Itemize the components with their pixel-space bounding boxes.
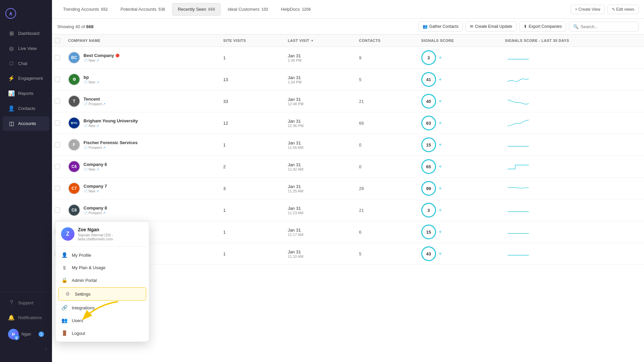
user-avatar-wrapper[interactable]: N g Ngan 1: [3, 325, 49, 343]
contacts-cell: 9: [354, 47, 416, 69]
row-checkbox[interactable]: [55, 142, 60, 147]
sidebar-item-chat[interactable]: □ Chat: [3, 56, 49, 70]
tag-link-icon[interactable]: ↗: [96, 80, 99, 84]
company-cell: C7 Company 7 📄 New ↗: [68, 182, 213, 194]
row-checkbox[interactable]: [55, 186, 60, 191]
edit-views-button[interactable]: ✎ Edit views: [607, 5, 639, 14]
tab-recently-seen[interactable]: Recently Seen 668: [172, 3, 221, 16]
popup-item-profile[interactable]: 👤 My Profile: [56, 249, 149, 261]
tag-link-icon[interactable]: ↗: [103, 211, 105, 215]
export-companies-button[interactable]: ⬆ Export Companies: [519, 21, 566, 32]
sidebar-item-contacts[interactable]: 👤 Contacts: [3, 101, 49, 116]
popup-user-sub: Signals Internal (33) - beta.chatfunnels…: [78, 233, 144, 241]
search-bar[interactable]: 🔍: [569, 22, 639, 32]
sidebar-item-accounts[interactable]: ◫ Accounts: [3, 116, 49, 131]
company-logo: C6: [68, 161, 80, 173]
row-checkbox[interactable]: [55, 77, 60, 82]
score-circle: 15: [421, 225, 436, 239]
sparkline: [505, 139, 532, 151]
tab-ideal-customers[interactable]: Ideal Customers 102: [222, 3, 274, 16]
score-plus-icon[interactable]: +: [439, 142, 442, 148]
gather-contacts-button[interactable]: 👥 Gather Contacts: [418, 21, 463, 32]
sparkline: [505, 248, 532, 260]
row-checkbox[interactable]: [55, 164, 60, 169]
company-logo: BC: [68, 52, 80, 64]
col-signals-30: SIGNALS SCORE - LAST 30 DAYS: [499, 35, 644, 47]
sidebar-item-dashboard[interactable]: ⊞ Dashboard: [3, 26, 49, 41]
select-all-checkbox[interactable]: [55, 38, 60, 43]
popup-item-settings[interactable]: ⚙ Settings: [58, 287, 146, 301]
company-name[interactable]: Company 6: [84, 162, 107, 167]
visit-date: Jan 31: [288, 53, 348, 58]
sparkline-cell: [499, 178, 644, 199]
score-plus-icon[interactable]: +: [439, 76, 442, 82]
tag-link-icon[interactable]: ↗: [96, 189, 99, 193]
company-name[interactable]: Tencent: [84, 97, 105, 102]
tag-link-icon[interactable]: ↗: [96, 124, 99, 128]
col-site-visits: SITE VISITS: [218, 35, 282, 47]
create-view-button[interactable]: + Create View: [571, 5, 605, 14]
support-icon: ?: [8, 300, 15, 306]
tag-icon: 📄: [84, 80, 88, 84]
contacts-cell: 5: [354, 69, 416, 90]
sparkline-cell: [499, 112, 644, 134]
sidebar-item-engagement[interactable]: ⚡ Engagement: [3, 71, 49, 85]
sidebar-item-reports[interactable]: 📊 Reports: [3, 86, 49, 101]
company-name[interactable]: Company 8: [84, 205, 107, 210]
toolbar: Showing 40 of 668 👥 Gather Contacts ✉ Cr…: [52, 19, 644, 35]
company-name[interactable]: Brigham Young University: [84, 118, 138, 123]
sidebar-item-notifications-label: Notifications: [18, 315, 42, 320]
score-plus-icon[interactable]: +: [439, 120, 442, 126]
row-checkbox[interactable]: [55, 120, 60, 126]
plan-icon: $: [61, 265, 68, 270]
sidebar-item-liveview[interactable]: ◎ Live View: [3, 41, 49, 56]
popup-item-plan[interactable]: $ My Plan & Usage: [56, 261, 149, 274]
sidebar-item-support[interactable]: ? Support: [3, 296, 49, 310]
popup-item-users[interactable]: 👥 Users: [56, 314, 149, 327]
visit-date: Jan 31: [288, 75, 348, 80]
visit-time: 1:36 PM: [288, 58, 348, 62]
row-checkbox[interactable]: [55, 55, 60, 60]
tag-link-icon[interactable]: ↗: [103, 146, 105, 149]
create-email-update-button[interactable]: ✉ Create Email Update: [466, 21, 517, 32]
company-name[interactable]: Best Company 🔴: [84, 53, 119, 58]
notifications-icon: 🔔: [8, 314, 15, 321]
score-plus-icon[interactable]: +: [439, 55, 442, 61]
collapse-sidebar-button[interactable]: ‹: [0, 344, 52, 354]
notification-count-badge: 1: [39, 331, 44, 337]
score-circle: 40: [421, 94, 436, 109]
tab-bar: Trending Accounts 652 Potential Accounts…: [52, 0, 644, 19]
tag-link-icon[interactable]: ↗: [96, 168, 99, 171]
company-name[interactable]: bp: [84, 75, 99, 80]
sidebar-item-notifications[interactable]: 🔔 Notifications: [3, 310, 49, 325]
score-circle: 3: [421, 50, 436, 65]
company-tag: 📄 New ↗: [84, 80, 99, 84]
company-name[interactable]: Company 7: [84, 184, 107, 189]
tag-label: New: [89, 80, 95, 84]
score-plus-icon[interactable]: +: [439, 98, 442, 104]
export-icon: ⬆: [524, 24, 527, 29]
company-name[interactable]: Fischer Forensic Services: [84, 140, 138, 145]
score-cell-inner: 63 +: [421, 116, 494, 130]
visit-time: 11:25 AM: [288, 189, 348, 193]
tag-link-icon[interactable]: ↗: [96, 59, 99, 62]
popup-item-integrations[interactable]: 🔗 Integrations: [56, 301, 149, 314]
popup-item-admin[interactable]: 🔒 Admin Portal: [56, 274, 149, 287]
row-checkbox[interactable]: [55, 99, 60, 104]
score-plus-icon[interactable]: +: [439, 164, 442, 170]
score-plus-icon[interactable]: +: [439, 207, 442, 213]
tab-potential[interactable]: Potential Accounts 538: [115, 3, 171, 16]
search-input[interactable]: [581, 24, 634, 29]
row-checkbox[interactable]: [55, 207, 60, 213]
contacts-cell: 0: [354, 134, 416, 156]
tag-link-icon[interactable]: ↗: [103, 102, 105, 106]
create-email-icon: ✉: [470, 24, 473, 29]
col-signals-score: SIGNALS SCORE: [416, 35, 500, 47]
score-plus-icon[interactable]: +: [439, 185, 442, 191]
tab-ideal-count: 102: [261, 7, 268, 12]
tab-helpdocs[interactable]: HelpDocs 1206: [275, 3, 317, 16]
tab-trending[interactable]: Trending Accounts 652: [57, 3, 113, 16]
popup-item-logout[interactable]: 🚪 Logout: [56, 327, 149, 340]
score-plus-icon[interactable]: +: [439, 229, 442, 235]
score-plus-icon[interactable]: +: [439, 251, 442, 257]
